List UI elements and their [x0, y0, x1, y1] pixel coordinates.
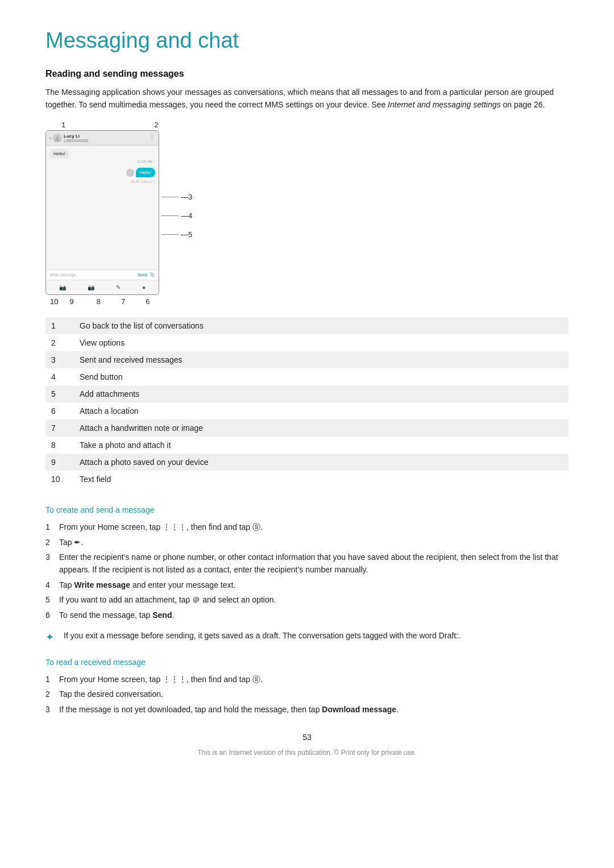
send-button[interactable]: Send — [138, 273, 147, 277]
tip-text: If you exit a message before sending, it… — [64, 629, 460, 642]
table-row: 5Add attachments — [45, 385, 569, 402]
list-item: 4Tap Write message and enter your messag… — [45, 579, 569, 591]
row-description: Sent and received messages — [74, 351, 569, 368]
sent-bubble: Hello! — [49, 149, 69, 159]
contact-name: Lucy Li — [64, 134, 88, 139]
row-description: Text field — [74, 471, 569, 488]
label-num-5: —5 — [181, 230, 192, 239]
list-item: 5If you want to add an attachment, tap ＠… — [45, 593, 569, 606]
label-num-2: 2 — [154, 121, 158, 129]
label-num-1: 1 — [61, 121, 65, 129]
row-description: Attach a handwritten note or image — [74, 420, 569, 437]
attachment-icon[interactable]: 📎 — [150, 272, 155, 277]
footer: This is an Internet version of this publ… — [45, 749, 569, 757]
step-number: 3 — [45, 703, 55, 716]
row-number: 10 — [45, 471, 74, 488]
back-icon: ‹ — [49, 135, 51, 141]
label-num-7: 7 — [121, 297, 125, 306]
reference-table: 1Go back to the list of conversations2Vi… — [45, 317, 569, 488]
table-row: 8Take a photo and attach it — [45, 437, 569, 454]
contact-number: 13800000000 — [64, 139, 88, 143]
more-options-icon: ⋮ — [149, 134, 155, 142]
row-description: Attach a photo saved on your device — [74, 454, 569, 471]
step-text: To send the message, tap Send. — [59, 609, 174, 621]
table-row: 1Go back to the list of conversations — [45, 317, 569, 334]
row-number: 5 — [45, 385, 74, 402]
step-text: Tap ✒. — [59, 536, 83, 549]
list-item: 2Tap the desired conversation. — [45, 688, 569, 700]
step-number: 4 — [45, 579, 55, 591]
contact-avatar — [53, 134, 62, 143]
step-text: If you want to add an attachment, tap ＠ … — [59, 593, 276, 606]
row-description: Send button — [74, 368, 569, 385]
message-area: Hello! 11:15, Me ○ Hello! 11:16, Lucy Li… — [46, 146, 159, 271]
row-number: 2 — [45, 334, 74, 351]
callout-5: —5 — [161, 230, 192, 239]
list-item: 1From your Home screen, tap ⋮⋮⋮, then fi… — [45, 673, 569, 686]
step-text: Enter the recipient’s name or phone numb… — [59, 551, 569, 576]
tip-icon: ✦ — [45, 629, 58, 646]
list-item: 2Tap ✒. — [45, 536, 569, 549]
intro-link: Internet and messaging settings — [388, 100, 500, 109]
table-row: 4Send button — [45, 368, 569, 385]
image-tool-icon[interactable]: 📷 — [59, 284, 66, 290]
row-number: 3 — [45, 351, 74, 368]
phone-screen: ‹ Lucy Li 13800000000 ⋮ Hello! — [45, 130, 159, 295]
right-callouts: —3 —4 —5 — [161, 130, 192, 239]
label-num-8: 8 — [97, 297, 101, 306]
svg-point-1 — [55, 139, 60, 141]
row-number: 7 — [45, 420, 74, 437]
table-row: 7Attach a handwritten note or image — [45, 420, 569, 437]
pen-tool-icon[interactable]: ✎ — [116, 284, 121, 290]
row-description: View options — [74, 334, 569, 351]
label-num-10: 10 — [50, 297, 58, 306]
row-number: 4 — [45, 368, 74, 385]
row-number: 6 — [45, 402, 74, 420]
step-text: Tap Write message and enter your message… — [59, 579, 235, 591]
page-number: 53 — [45, 733, 569, 742]
list-item: 1From your Home screen, tap ⋮⋮⋮, then fi… — [45, 521, 569, 533]
row-number: 1 — [45, 317, 74, 334]
page-title: Messaging and chat — [45, 28, 569, 53]
phone-mockup: ‹ Lucy Li 13800000000 ⋮ Hello! — [45, 130, 159, 295]
callout-4: —4 — [161, 211, 192, 220]
intro-paragraph: The Messaging application shows your mes… — [45, 86, 569, 111]
camera-tool-icon[interactable]: 📷 — [88, 284, 94, 290]
step-text: From your Home screen, tap ⋮⋮⋮, then fin… — [59, 521, 263, 533]
step-number: 1 — [45, 521, 55, 533]
location-tool-icon[interactable]: ● — [142, 284, 146, 290]
svg-point-0 — [56, 136, 59, 139]
table-row: 2View options — [45, 334, 569, 351]
table-row: 3Sent and received messages — [45, 351, 569, 368]
step-number: 2 — [45, 536, 55, 549]
label-num-9: 9 — [69, 297, 73, 306]
read-steps-list: 1From your Home screen, tap ⋮⋮⋮, then fi… — [45, 673, 569, 716]
section-title: Reading and sending messages — [45, 69, 569, 79]
tip-box: ✦ If you exit a message before sending, … — [45, 629, 569, 646]
intro-suffix: on page 26. — [501, 100, 545, 109]
table-row: 10Text field — [45, 471, 569, 488]
step-text: From your Home screen, tap ⋮⋮⋮, then fin… — [59, 673, 263, 686]
row-description: Add attachments — [74, 385, 569, 402]
row-number: 8 — [45, 437, 74, 454]
phone-header: ‹ Lucy Li 13800000000 ⋮ — [46, 131, 159, 146]
step-number: 6 — [45, 609, 55, 621]
sent-time: 11:15, Me ○ — [49, 160, 155, 163]
create-steps-list: 1From your Home screen, tap ⋮⋮⋮, then fi… — [45, 521, 569, 621]
step-number: 5 — [45, 593, 55, 606]
step-number: 1 — [45, 673, 55, 686]
message-input-bar[interactable]: Write message Send 📎 — [46, 269, 159, 280]
write-message-placeholder: Write message — [49, 273, 138, 277]
row-description: Go back to the list of conversations — [74, 317, 569, 334]
received-time: 11:16, Lucy Li ○ — [49, 180, 155, 183]
list-item: 6To send the message, tap Send. — [45, 609, 569, 621]
step-text: Tap the desired conversation. — [59, 688, 163, 700]
label-num-3: —3 — [181, 193, 192, 201]
read-section-heading: To read a received message — [45, 656, 569, 668]
contact-info: Lucy Li 13800000000 — [64, 134, 88, 143]
list-item: 3Enter the recipient’s name or phone num… — [45, 551, 569, 576]
phone-header-left: ‹ Lucy Li 13800000000 — [49, 134, 88, 143]
recv-avatar — [126, 169, 134, 177]
diagram-area: 1 2 ‹ Lucy Li 13800000000 — [45, 121, 256, 306]
step-number: 3 — [45, 551, 55, 576]
